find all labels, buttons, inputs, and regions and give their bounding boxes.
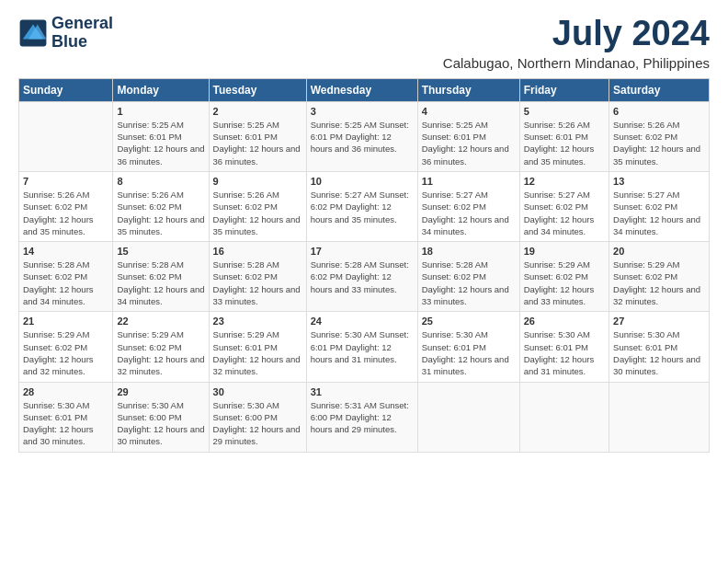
- logo-line2: Blue: [51, 33, 113, 52]
- day-number: 3: [311, 106, 414, 117]
- calendar-cell: 28Sunrise: 5:30 AM Sunset: 6:01 PM Dayli…: [19, 382, 113, 452]
- calendar-cell: 12Sunrise: 5:27 AM Sunset: 6:02 PM Dayli…: [519, 171, 609, 241]
- day-details: Sunrise: 5:29 AM Sunset: 6:01 PM Dayligh…: [213, 328, 302, 377]
- day-details: Sunrise: 5:27 AM Sunset: 6:02 PM Dayligh…: [422, 189, 516, 237]
- logo-line1: General: [51, 15, 113, 33]
- weekday-header: Wednesday: [306, 78, 417, 101]
- weekday-header: Friday: [519, 78, 609, 101]
- day-number: 15: [117, 246, 204, 257]
- day-details: Sunrise: 5:28 AM Sunset: 6:02 PM Dayligh…: [422, 259, 516, 307]
- day-details: Sunrise: 5:25 AM Sunset: 6:01 PM Dayligh…: [422, 119, 516, 167]
- calendar-cell: 13Sunrise: 5:27 AM Sunset: 6:02 PM Dayli…: [609, 171, 710, 241]
- day-details: Sunrise: 5:30 AM Sunset: 6:01 PM Dayligh…: [311, 328, 414, 365]
- day-number: 8: [117, 176, 204, 187]
- calendar-cell: 21Sunrise: 5:29 AM Sunset: 6:02 PM Dayli…: [19, 312, 113, 382]
- calendar-cell: 20Sunrise: 5:29 AM Sunset: 6:02 PM Dayli…: [609, 242, 710, 312]
- logo: General Blue: [18, 15, 113, 52]
- calendar-cell: 7Sunrise: 5:26 AM Sunset: 6:02 PM Daylig…: [19, 171, 113, 241]
- calendar-cell: 31Sunrise: 5:31 AM Sunset: 6:00 PM Dayli…: [306, 382, 417, 452]
- day-details: Sunrise: 5:30 AM Sunset: 6:00 PM Dayligh…: [213, 399, 302, 448]
- subtitle: Calabugao, Northern Mindanao, Philippine…: [443, 55, 710, 71]
- day-number: 5: [524, 106, 605, 117]
- day-number: 21: [23, 316, 108, 327]
- calendar-cell: 29Sunrise: 5:30 AM Sunset: 6:00 PM Dayli…: [113, 382, 209, 452]
- day-number: 25: [422, 316, 516, 327]
- calendar-cell: 1Sunrise: 5:25 AM Sunset: 6:01 PM Daylig…: [113, 101, 209, 171]
- day-number: 19: [524, 246, 605, 257]
- calendar-cell: 24Sunrise: 5:30 AM Sunset: 6:01 PM Dayli…: [306, 312, 417, 382]
- calendar-cell: 2Sunrise: 5:25 AM Sunset: 6:01 PM Daylig…: [209, 101, 306, 171]
- calendar-cell: 8Sunrise: 5:26 AM Sunset: 6:02 PM Daylig…: [113, 171, 209, 241]
- calendar-cell: 16Sunrise: 5:28 AM Sunset: 6:02 PM Dayli…: [209, 242, 306, 312]
- calendar-cell: 17Sunrise: 5:28 AM Sunset: 6:02 PM Dayli…: [306, 242, 417, 312]
- calendar-week-row: 1Sunrise: 5:25 AM Sunset: 6:01 PM Daylig…: [19, 101, 710, 171]
- day-number: 18: [422, 246, 516, 257]
- calendar-cell: [609, 382, 710, 452]
- day-details: Sunrise: 5:30 AM Sunset: 6:01 PM Dayligh…: [422, 328, 516, 377]
- weekday-header: Tuesday: [209, 78, 306, 101]
- calendar-cell: 27Sunrise: 5:30 AM Sunset: 6:01 PM Dayli…: [609, 312, 710, 382]
- main-title: July 2024: [443, 15, 710, 53]
- day-details: Sunrise: 5:30 AM Sunset: 6:01 PM Dayligh…: [613, 328, 705, 377]
- day-details: Sunrise: 5:25 AM Sunset: 6:01 PM Dayligh…: [117, 119, 204, 167]
- weekday-header: Saturday: [609, 78, 710, 101]
- day-number: 16: [213, 246, 302, 257]
- day-details: Sunrise: 5:29 AM Sunset: 6:02 PM Dayligh…: [613, 259, 705, 307]
- day-details: Sunrise: 5:30 AM Sunset: 6:01 PM Dayligh…: [524, 328, 605, 377]
- calendar-cell: 9Sunrise: 5:26 AM Sunset: 6:02 PM Daylig…: [209, 171, 306, 241]
- calendar-cell: 19Sunrise: 5:29 AM Sunset: 6:02 PM Dayli…: [519, 242, 609, 312]
- calendar-cell: 3Sunrise: 5:25 AM Sunset: 6:01 PM Daylig…: [306, 101, 417, 171]
- day-details: Sunrise: 5:25 AM Sunset: 6:01 PM Dayligh…: [213, 119, 302, 167]
- day-details: Sunrise: 5:26 AM Sunset: 6:02 PM Dayligh…: [117, 189, 204, 237]
- day-details: Sunrise: 5:28 AM Sunset: 6:02 PM Dayligh…: [23, 259, 108, 307]
- day-number: 1: [117, 106, 204, 117]
- day-details: Sunrise: 5:27 AM Sunset: 6:02 PM Dayligh…: [524, 189, 605, 237]
- calendar-week-row: 7Sunrise: 5:26 AM Sunset: 6:02 PM Daylig…: [19, 171, 710, 241]
- calendar-cell: 15Sunrise: 5:28 AM Sunset: 6:02 PM Dayli…: [113, 242, 209, 312]
- calendar-week-row: 14Sunrise: 5:28 AM Sunset: 6:02 PM Dayli…: [19, 242, 710, 312]
- day-details: Sunrise: 5:27 AM Sunset: 6:02 PM Dayligh…: [311, 189, 414, 225]
- day-details: Sunrise: 5:28 AM Sunset: 6:02 PM Dayligh…: [311, 259, 414, 295]
- day-number: 23: [213, 316, 302, 327]
- calendar-cell: 22Sunrise: 5:29 AM Sunset: 6:02 PM Dayli…: [113, 312, 209, 382]
- day-details: Sunrise: 5:31 AM Sunset: 6:00 PM Dayligh…: [311, 399, 414, 436]
- day-number: 30: [213, 386, 302, 397]
- calendar-week-row: 21Sunrise: 5:29 AM Sunset: 6:02 PM Dayli…: [19, 312, 710, 382]
- day-number: 14: [23, 246, 108, 257]
- day-number: 22: [117, 316, 204, 327]
- calendar-cell: 10Sunrise: 5:27 AM Sunset: 6:02 PM Dayli…: [306, 171, 417, 241]
- day-number: 7: [23, 176, 108, 187]
- day-number: 10: [311, 176, 414, 187]
- calendar-cell: 5Sunrise: 5:26 AM Sunset: 6:01 PM Daylig…: [519, 101, 609, 171]
- day-number: 20: [613, 246, 705, 257]
- calendar-cell: 11Sunrise: 5:27 AM Sunset: 6:02 PM Dayli…: [417, 171, 519, 241]
- day-details: Sunrise: 5:25 AM Sunset: 6:01 PM Dayligh…: [311, 119, 414, 155]
- calendar-cell: [519, 382, 609, 452]
- day-details: Sunrise: 5:26 AM Sunset: 6:02 PM Dayligh…: [213, 189, 302, 237]
- day-number: 4: [422, 106, 516, 117]
- weekday-header: Sunday: [19, 78, 113, 101]
- day-number: 11: [422, 176, 516, 187]
- day-number: 26: [524, 316, 605, 327]
- day-details: Sunrise: 5:28 AM Sunset: 6:02 PM Dayligh…: [213, 259, 302, 307]
- calendar-cell: 18Sunrise: 5:28 AM Sunset: 6:02 PM Dayli…: [417, 242, 519, 312]
- day-number: 24: [311, 316, 414, 327]
- logo-icon: [18, 18, 48, 48]
- weekday-header: Monday: [113, 78, 209, 101]
- day-number: 27: [613, 316, 705, 327]
- calendar-cell: 14Sunrise: 5:28 AM Sunset: 6:02 PM Dayli…: [19, 242, 113, 312]
- calendar-cell: 25Sunrise: 5:30 AM Sunset: 6:01 PM Dayli…: [417, 312, 519, 382]
- day-number: 12: [524, 176, 605, 187]
- day-number: 9: [213, 176, 302, 187]
- day-details: Sunrise: 5:27 AM Sunset: 6:02 PM Dayligh…: [613, 189, 705, 237]
- day-details: Sunrise: 5:26 AM Sunset: 6:02 PM Dayligh…: [23, 189, 108, 237]
- calendar-cell: [417, 382, 519, 452]
- day-details: Sunrise: 5:29 AM Sunset: 6:02 PM Dayligh…: [524, 259, 605, 307]
- day-details: Sunrise: 5:30 AM Sunset: 6:01 PM Dayligh…: [23, 399, 108, 448]
- calendar-cell: 6Sunrise: 5:26 AM Sunset: 6:02 PM Daylig…: [609, 101, 710, 171]
- day-number: 17: [311, 246, 414, 257]
- day-number: 2: [213, 106, 302, 117]
- calendar-table: SundayMondayTuesdayWednesdayThursdayFrid…: [18, 78, 710, 453]
- day-details: Sunrise: 5:30 AM Sunset: 6:00 PM Dayligh…: [117, 399, 204, 448]
- title-block: July 2024 Calabugao, Northern Mindanao, …: [443, 15, 710, 71]
